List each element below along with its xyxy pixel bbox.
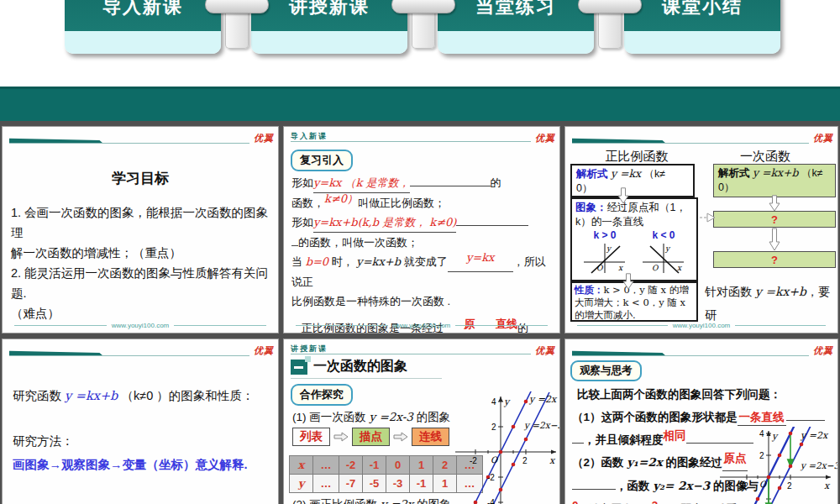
answer-text: 相同 <box>664 428 686 444</box>
tick-label: 4 <box>491 397 496 407</box>
blank <box>291 245 298 246</box>
text: 当 <box>291 255 306 268</box>
down-arrow-icon <box>622 273 634 290</box>
cell: 0 <box>386 456 410 475</box>
goal-line: （难点） <box>11 303 271 323</box>
axis-label: y <box>503 396 511 407</box>
tab-class-practice[interactable]: 当堂练习 <box>438 0 594 54</box>
footer-line <box>735 325 826 326</box>
tab-lesson-teach[interactable]: 讲授新课 <box>251 0 407 54</box>
tick-label: 2 <box>787 481 792 491</box>
text: 针对函数 <box>705 285 755 298</box>
down-arrow-icon <box>769 195 780 212</box>
cell: x <box>290 456 313 475</box>
header-line <box>9 355 249 356</box>
math-text: y =2x <box>381 497 413 504</box>
axis-label: x <box>618 264 623 272</box>
line-label: y =2x−3 <box>523 420 560 431</box>
axis-label: O <box>652 264 659 272</box>
text: 就变成了 <box>401 255 448 268</box>
slide-learning-goals: 优翼 学习目标 1. 会画一次函数的图象，能根据一次函数的图象理 解一次函数的增… <box>2 126 279 333</box>
badge-cooperative-inquiry: 合作探究 <box>291 384 353 406</box>
label: 解析式 <box>576 168 608 180</box>
math-text: y₁=2x <box>627 455 663 469</box>
math-text: y =2x-3 <box>370 410 413 423</box>
line-label: y =2x <box>800 430 829 441</box>
text: ，并且倾斜程度 <box>584 433 664 446</box>
footer-line <box>455 325 548 326</box>
line-graph: y x O -2 2 2 4 -2 y =2x y =2x−3 <box>717 427 838 504</box>
line-graph: y x O -2 2 2 4 -2 -4 y =2x y =2x−3 <box>452 391 560 504</box>
slide-function-compare: 优翼 正比例函数 一次函数 解析式 y =kx （k≠ 0） 图象：经过原点和（… <box>564 126 838 333</box>
text: 的图象 <box>413 411 450 423</box>
tab-lesson-intro[interactable]: 导入新课 <box>65 0 221 54</box>
label: 性质： <box>575 285 604 295</box>
text: 的 <box>491 176 501 189</box>
blank: y=kx <box>448 252 513 272</box>
box-analytic-left: 解析式 y =kx （k≠ 0） <box>570 164 695 197</box>
answer-text: -3 <box>648 499 658 504</box>
cell: … <box>313 475 339 493</box>
text-line: 研究函数 y =kx+b （k≠0 ）的图象和性质： <box>13 388 254 404</box>
header-line <box>9 143 249 144</box>
tick-label: 4 <box>759 429 764 438</box>
tick-label: 2 <box>759 451 764 460</box>
slide-graph-drawing: 讲授新课 优翼 一次函数的图象 合作探究 (1) 画一次函数 y =2x-3 的… <box>283 339 560 504</box>
question-line: （1）这两个函数的图象形状都是一条直线 <box>572 410 825 426</box>
cell: 1 <box>410 456 433 475</box>
right-arrow-icon <box>333 431 349 443</box>
column-title-linear: 一次函数 <box>706 149 824 165</box>
brand-logo: 优翼 <box>813 344 833 357</box>
clip-pill <box>578 0 642 13</box>
axes-negative-slope-icon: y O x <box>640 241 687 275</box>
mini-graph-kpos: k > 0 y O x <box>581 229 628 277</box>
blank <box>786 420 825 421</box>
text-line: (1) 画一次函数 y =2x-3 的图象 <box>292 410 450 425</box>
text: ，函数 <box>616 480 653 492</box>
tab-label: 导入新课 <box>65 0 221 31</box>
text: （k≠0 ）的图象和性质： <box>118 389 254 402</box>
text-line: 比较上面两个函数的图象回答下列问题： <box>577 387 781 402</box>
text-line: 形如y=kx+b(k,b 是常数， k≠0) <box>291 213 554 233</box>
top-nav-bar: 导入新课 讲授新课 当堂练习 课堂小结 <box>0 0 840 87</box>
text: 函数， <box>291 197 324 209</box>
slide-footer: www.youyi100.com <box>284 322 559 329</box>
math-text: y =kx+b <box>755 285 806 298</box>
text: 0） <box>718 181 734 193</box>
flow-step-list: 列表 <box>292 428 330 446</box>
flow-steps: 列表 描点 连线 <box>292 428 449 446</box>
text: (1) 画一次函数 <box>292 411 370 423</box>
text-line: 函数，k≠0）叫做正比例函数； <box>291 193 554 213</box>
tab-label: 当堂练习 <box>438 0 594 31</box>
math-text: y =kx+b <box>65 389 118 402</box>
tab-label: 讲授新课 <box>251 0 407 31</box>
flow-step-connect: 连线 <box>412 428 449 446</box>
slide-observe-think: 优翼 观察与思考 比较上面两个函数的图象回答下列问题： （1）这两个函数的图象形… <box>564 339 838 504</box>
brand-logo: 优翼 <box>254 132 274 144</box>
box-graph-left: 图象：经过原点和（1，k）的一条直线 k > 0 y O x k < 0 <box>570 197 698 281</box>
text: 的函数，叫做一次函数； <box>298 236 418 249</box>
label: 图象： <box>575 202 607 213</box>
tab-lesson-summary[interactable]: 课堂小结 <box>624 0 780 54</box>
teal-divider-band <box>0 87 840 121</box>
header-line <box>572 143 809 144</box>
footer-line <box>14 325 107 326</box>
text-line: 比例函数是一种特殊的一次函数 . <box>291 291 554 311</box>
goal-line: 1. 会画一次函数的图象，能根据一次函数的图象理 <box>11 202 271 243</box>
brand-logo: 优翼 <box>813 132 833 144</box>
goal-line: 2. 能灵活运用一次函数的图象与性质解答有关问题. <box>11 263 271 303</box>
down-arrow-icon <box>769 228 780 251</box>
footer-line <box>577 325 668 326</box>
footer-url: www.youyi100.com <box>673 322 730 329</box>
down-arrow-icon <box>617 187 629 204</box>
box-property-left: 性质：k > 0，y 随 x 的增大而增大；k < 0，y 随 x 的增大而减小… <box>570 281 698 322</box>
answer-text: b=0 <box>306 255 329 268</box>
blank <box>572 489 616 490</box>
axis-label: O <box>491 455 498 465</box>
text: （k≠ <box>644 168 666 180</box>
text-line: 的函数，叫做一次函数； <box>291 233 554 252</box>
tick-label: -2 <box>741 481 748 491</box>
footer-line <box>174 325 266 326</box>
badge-review: 复习引入 <box>291 150 353 171</box>
badge-observe-think: 观察与思考 <box>570 360 642 381</box>
